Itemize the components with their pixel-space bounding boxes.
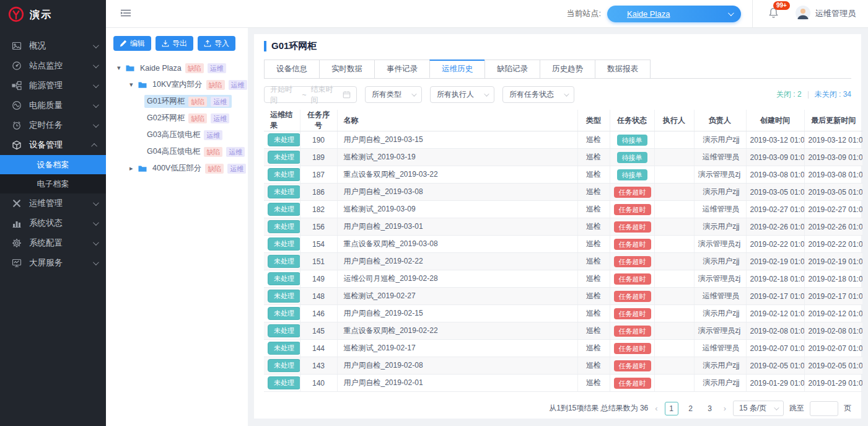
page-size-select[interactable]: 15 条/页 — [733, 401, 784, 416]
title-accent-bar — [264, 41, 266, 51]
caret-down-icon[interactable]: ▾ — [129, 81, 138, 89]
result-button[interactable]: 未处理 — [268, 237, 300, 251]
page-button-3[interactable]: 3 — [703, 402, 717, 415]
result-button[interactable]: 未处理 — [268, 376, 300, 389]
tree-node-400v[interactable]: ▸ 400V低压部分 缺陷 运维 — [113, 160, 243, 177]
task-created-time: 2019-02-26 01:00 — [746, 218, 804, 236]
table-row: 未处理 148 巡检测试_2019-02-27 巡检 任务超时 运维管理员 20… — [264, 288, 862, 305]
tab-realtime-data[interactable]: 实时数据 — [319, 60, 374, 78]
tree-node-label: G02环网柜 — [147, 113, 185, 123]
task-seq: 190 — [300, 131, 337, 149]
result-button[interactable]: 未处理 — [268, 185, 300, 198]
task-seq: 140 — [300, 375, 337, 392]
result-button[interactable]: 未处理 — [268, 255, 300, 268]
result-button[interactable]: 未处理 — [268, 324, 300, 337]
next-page-button[interactable]: › — [722, 404, 727, 413]
result-button[interactable]: 未处理 — [268, 290, 300, 303]
executor-filter-select[interactable]: 所有执行人 — [430, 86, 494, 103]
task-type: 巡检 — [577, 149, 610, 166]
task-status-badge: 任务超时 — [614, 273, 651, 285]
collapse-menu-icon[interactable] — [120, 8, 131, 20]
task-owner: 演示用户zjj — [694, 357, 746, 375]
sidebar-item-overview[interactable]: 概况 — [0, 36, 106, 56]
tree-node-g01[interactable]: G01环网柜 缺陷 运维 — [113, 93, 243, 110]
tab-event-log[interactable]: 事件记录 — [374, 60, 429, 78]
sidebar-item-scheduled-tasks[interactable]: 定时任务 — [0, 115, 106, 135]
tab-defect-records[interactable]: 缺陷记录 — [484, 60, 540, 78]
folder-icon — [126, 64, 134, 72]
result-button[interactable]: 未处理 — [268, 359, 300, 372]
task-name: 用户周自检_2019-03-08 — [337, 184, 577, 201]
task-owner: 演示管理员zj — [694, 270, 746, 288]
sidebar-item-site-monitor[interactable]: 站点监控 — [0, 56, 106, 76]
tree-node-g02[interactable]: G02环网柜 缺陷 运维 — [113, 110, 243, 126]
task-updated-time: 2019-02-05 01:00 — [804, 357, 862, 375]
notifications-button[interactable]: 99+ — [768, 7, 779, 21]
type-filter-select[interactable]: 所有类型 — [365, 86, 422, 103]
task-updated-time: 2019-02-17 01:00 — [804, 288, 862, 305]
edit-button[interactable]: 编辑 — [113, 36, 151, 51]
task-created-time: 2019-02-07 01:00 — [746, 340, 804, 357]
end-date-placeholder: 结束时间 — [311, 84, 338, 105]
result-button[interactable]: 未处理 — [268, 151, 300, 164]
result-button[interactable]: 未处理 — [268, 272, 300, 285]
sidebar-subitem-device-archive[interactable]: 设备档案 — [0, 155, 106, 174]
result-button[interactable]: 未处理 — [268, 342, 300, 355]
sidebar-item-power-quality[interactable]: 电能质量 — [0, 95, 106, 115]
page-button-1[interactable]: 1 — [665, 402, 678, 415]
tree-node-10kv[interactable]: ▾ 10KV室内部分 缺陷 运维 — [113, 76, 243, 93]
task-updated-time: 2019-01-29 01:00 — [804, 375, 862, 392]
sidebar-item-device-management[interactable]: 设备管理 — [0, 135, 106, 155]
jump-page-input[interactable] — [810, 401, 838, 416]
page-button-2[interactable]: 2 — [684, 402, 698, 415]
site-select-value: Kaide Plaza — [627, 9, 670, 19]
caret-down-icon[interactable]: ▾ — [117, 64, 126, 72]
task-updated-time: 2019-02-27 01:00 — [804, 201, 862, 218]
task-type: 巡检 — [577, 375, 610, 392]
export-button[interactable]: 导出 — [156, 36, 193, 51]
sidebar-item-big-screen[interactable]: 大屏服务 — [0, 253, 106, 273]
sidebar-item-system-status[interactable]: 系统状态 — [0, 213, 106, 233]
pagination: 从1到15项结果 总结果数为 36 ‹ 1 2 3 › 15 条/页 跳至 页 — [264, 401, 851, 416]
result-button[interactable]: 未处理 — [268, 168, 300, 181]
tree-node-site[interactable]: ▾ Kaide Plaza 缺陷 运维 — [113, 60, 243, 76]
task-created-time: 2019-02-27 01:00 — [746, 201, 804, 218]
table-row: 未处理 143 用户周自检_2019-02-08 巡检 任务超时 演示用户zjj… — [264, 357, 862, 375]
sidebar-item-system-config[interactable]: 系统配置 — [0, 233, 106, 253]
task-name: 重点设备双周检_2019-02-22 — [337, 322, 577, 340]
sidebar-item-ops-management[interactable]: 运维管理 — [0, 193, 106, 213]
tree-node-g04[interactable]: G04高压馈电柜 缺陷 运维 — [113, 143, 243, 160]
table-row: 未处理 151 用户周自检_2019-02-22 巡检 任务超时 演示用户zjj… — [264, 253, 862, 270]
prev-page-button[interactable]: ‹ — [654, 404, 659, 413]
result-button[interactable]: 未处理 — [268, 133, 300, 146]
import-button[interactable]: 导入 — [198, 36, 235, 51]
tab-ops-history[interactable]: 运维历史 — [429, 60, 484, 78]
tab-device-info[interactable]: 设备信息 — [264, 60, 319, 78]
sidebar-subitem-electronic-archive[interactable]: 电子档案 — [0, 174, 106, 193]
sidebar-item-label: 设备管理 — [29, 140, 85, 151]
ops-badge: 运维 — [227, 164, 246, 174]
result-button[interactable]: 未处理 — [268, 307, 300, 320]
tab-data-report[interactable]: 数据报表 — [595, 60, 651, 78]
task-owner: 运维管理员 — [694, 149, 746, 166]
date-range-picker[interactable]: 开始时间 ~ 结束时间 — [264, 86, 357, 103]
ops-badge: 运维 — [211, 97, 229, 107]
device-tree-panel: 编辑 导出 导入 ▾ Ka — [106, 28, 248, 426]
tree-node-g03[interactable]: G03高压馈电柜 运维 — [113, 126, 243, 143]
site-select[interactable]: Kaide Plaza — [607, 6, 741, 22]
task-status-filter-select[interactable]: 所有任务状态 — [502, 86, 574, 103]
alarm-clock-icon — [11, 120, 22, 131]
tab-history-trend[interactable]: 历史趋势 — [540, 60, 595, 78]
task-created-time: 2019-02-05 01:00 — [746, 357, 804, 375]
task-seq: 189 — [300, 149, 337, 166]
tree-node-label: Kaide Plaza — [140, 64, 182, 73]
task-name: 用户周自检_2019-02-15 — [337, 305, 577, 322]
caret-right-icon[interactable]: ▸ — [129, 164, 138, 172]
user-menu[interactable]: 运维管理员 — [796, 6, 856, 22]
sidebar-item-energy[interactable]: 能源管理 — [0, 76, 106, 95]
monitor-icon — [11, 258, 22, 268]
site-monitor-icon — [11, 61, 22, 71]
result-button[interactable]: 未处理 — [268, 220, 300, 233]
task-name: 用户周自检_2019-03-01 — [337, 218, 577, 236]
result-button[interactable]: 未处理 — [268, 203, 300, 216]
